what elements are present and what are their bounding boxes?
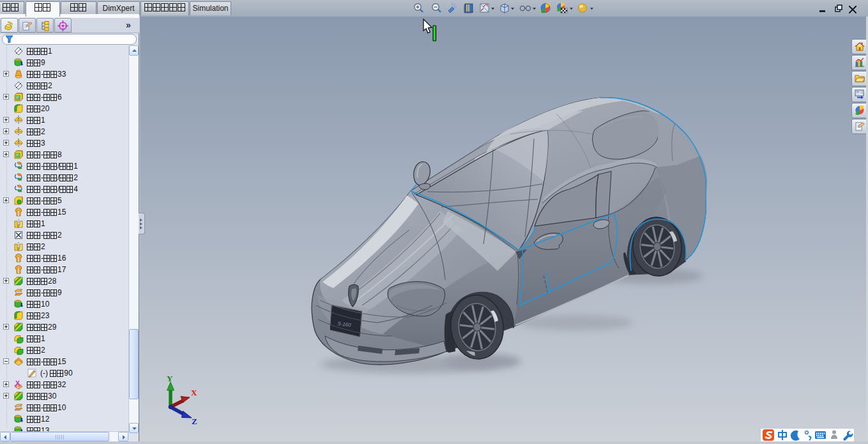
svg-text:X: X: [191, 388, 197, 397]
svg-text:Z: Z: [192, 417, 197, 425]
svg-text:Y: Y: [167, 374, 173, 383]
